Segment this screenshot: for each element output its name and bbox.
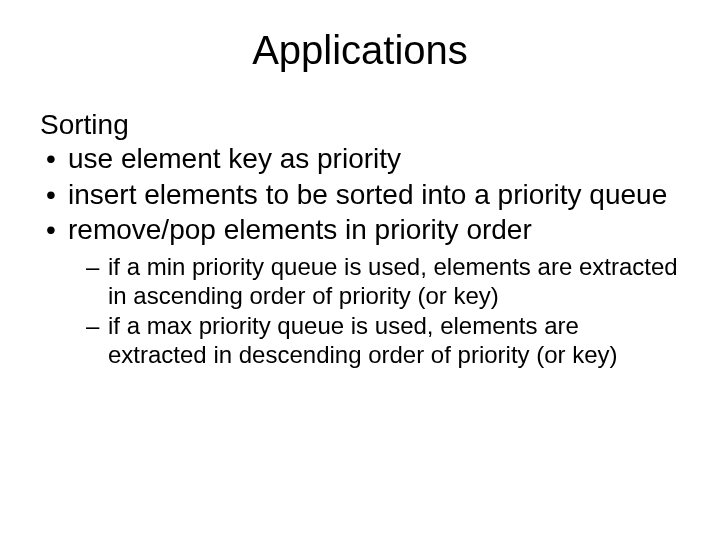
list-item: insert elements to be sorted into a prio… [68, 178, 680, 212]
list-item: if a min priority queue is used, element… [108, 253, 680, 311]
bullet-list: use element key as priority insert eleme… [40, 142, 680, 370]
list-item: remove/pop elements in priority order if… [68, 213, 680, 370]
list-item: if a max priority queue is used, element… [108, 312, 680, 370]
list-item: use element key as priority [68, 142, 680, 176]
slide-title: Applications [40, 28, 680, 73]
section-heading: Sorting [40, 107, 680, 142]
slide: Applications Sorting use element key as … [0, 0, 720, 540]
list-item-text: remove/pop elements in priority order [68, 214, 532, 245]
sub-bullet-list: if a min priority queue is used, element… [68, 253, 680, 370]
